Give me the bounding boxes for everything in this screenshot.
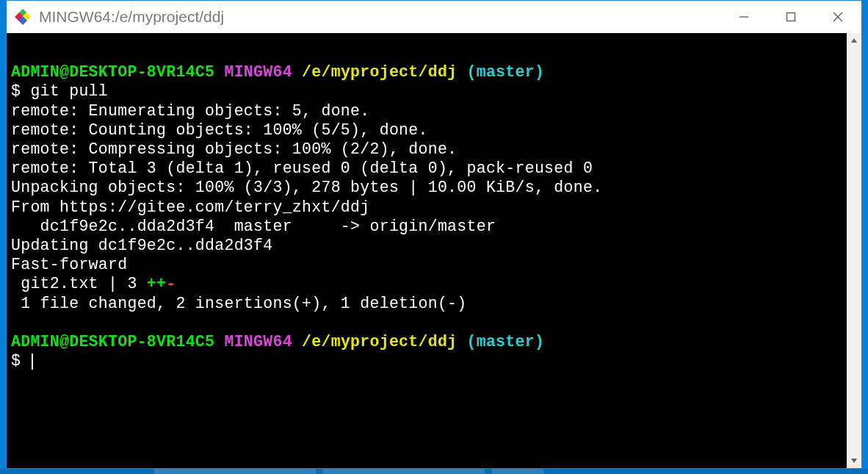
output-line: Updating dc1f9e2c..dda2d3f4 <box>11 237 272 254</box>
prompt-path: /e/myproject/ddj <box>302 333 457 351</box>
window-controls <box>720 1 861 33</box>
prompt-branch: (master) <box>467 333 545 351</box>
svg-marker-9 <box>851 459 857 463</box>
taskbar-segment <box>154 469 316 474</box>
output-line: remote: Compressing objects: 100% (2/2),… <box>11 140 457 158</box>
taskbar-segment <box>492 469 543 474</box>
terminal-window: MINGW64:/e/myproject/ddj ADMIN@DESKTOP-8… <box>6 0 862 469</box>
prompt-shell: MINGW64 <box>224 333 292 351</box>
prompt-path: /e/myproject/ddj <box>302 63 457 81</box>
taskbar-segment <box>323 469 485 474</box>
prompt-shell: MINGW64 <box>224 63 292 81</box>
close-button[interactable] <box>814 1 861 33</box>
vertical-scrollbar[interactable] <box>847 33 861 468</box>
command-line: $ <box>11 352 30 370</box>
scroll-up-icon[interactable] <box>847 33 861 48</box>
output-line: remote: Total 3 (delta 1), reused 0 (del… <box>11 159 593 177</box>
svg-rect-5 <box>787 13 795 21</box>
minimize-button[interactable] <box>720 1 767 33</box>
output-line: Fast-forward <box>11 256 127 273</box>
maximize-button[interactable] <box>767 1 814 33</box>
cursor-icon <box>32 353 33 370</box>
output-line: dc1f9e2c..dda2d3f4 master -> origin/mast… <box>11 218 496 235</box>
svg-marker-8 <box>851 38 857 43</box>
terminal-output[interactable]: ADMIN@DESKTOP-8VR14C5 MINGW64 /e/myproje… <box>7 33 847 468</box>
prompt-user-host: ADMIN@DESKTOP-8VR14C5 <box>11 63 214 81</box>
prompt-branch: (master) <box>467 63 545 81</box>
diffstat-file: git2.txt | 3 <box>11 275 147 292</box>
output-line: Unpacking objects: 100% (3/3), 278 bytes… <box>11 179 602 196</box>
output-line: remote: Counting objects: 100% (5/5), do… <box>11 121 428 139</box>
command-line: $ git pull <box>11 82 108 100</box>
taskbar <box>0 469 868 474</box>
terminal-area: ADMIN@DESKTOP-8VR14C5 MINGW64 /e/myproje… <box>7 33 861 468</box>
diffstat-minus: - <box>166 275 176 292</box>
prompt-user-host: ADMIN@DESKTOP-8VR14C5 <box>11 333 214 351</box>
titlebar[interactable]: MINGW64:/e/myproject/ddj <box>7 1 861 33</box>
diffstat-plus: ++ <box>147 275 166 292</box>
output-line: remote: Enumerating objects: 5, done. <box>11 102 369 120</box>
mingw-icon <box>14 8 32 26</box>
scroll-down-icon[interactable] <box>847 453 861 468</box>
output-line: From https://gitee.com/terry_zhxt/ddj <box>11 198 369 216</box>
blank-line <box>11 44 21 62</box>
output-line: 1 file changed, 2 insertions(+), 1 delet… <box>11 295 467 312</box>
window-title: MINGW64:/e/myproject/ddj <box>39 8 720 26</box>
